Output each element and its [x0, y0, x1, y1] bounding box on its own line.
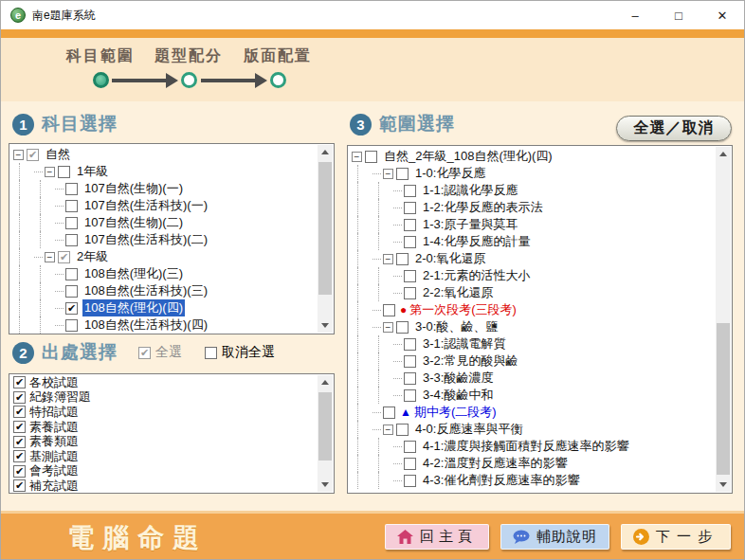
checkbox[interactable]: ✔ [13, 406, 26, 418]
tree-label[interactable]: 3-4:酸鹼中和 [421, 387, 495, 404]
tree-node[interactable]: 4-1:濃度與接觸面積對反應速率的影響 [349, 438, 732, 455]
tree-node[interactable]: −自然_2年級_108自然(理化)(四) [349, 148, 732, 165]
select-all-checkbox-box[interactable]: ✔ [138, 347, 151, 359]
deselect-all-checkbox-box[interactable] [205, 347, 217, 359]
tree-label[interactable]: 3-3:酸鹼濃度 [421, 370, 495, 387]
tree-node[interactable]: 4-2:溫度對反應速率的影響 [349, 455, 732, 472]
scroll-thumb[interactable] [717, 323, 730, 475]
checkbox[interactable]: ✔ [65, 302, 78, 315]
scroll-thumb[interactable] [318, 162, 332, 295]
tree-node[interactable]: −✔2年級 [10, 248, 334, 265]
select-toggle-button[interactable]: 全選／取消 [616, 116, 732, 141]
scroll-up-button[interactable] [318, 375, 333, 389]
scroll-thumb[interactable] [318, 392, 332, 461]
checkbox[interactable]: ✔ [13, 479, 26, 492]
scroll-up-button[interactable] [716, 147, 731, 161]
checkbox[interactable] [365, 151, 377, 163]
checkbox[interactable] [404, 219, 416, 231]
tree-label[interactable]: 1-1:認識化學反應 [421, 182, 519, 199]
tree-label[interactable]: 107自然(生物)(二) [82, 214, 185, 231]
list-item[interactable]: ✔特招試題 [10, 405, 334, 420]
tree-label[interactable]: 108自然(理化)(三) [82, 265, 185, 282]
tree-node[interactable]: 4-3:催化劑對反應速率的影響 [349, 472, 732, 489]
list-item[interactable]: ✔基測試題 [10, 449, 334, 464]
tree-node[interactable]: 107自然(生活科技)(二) [10, 231, 334, 248]
checkbox[interactable]: ✔ [13, 465, 26, 478]
home-button[interactable]: 回主頁 [385, 524, 489, 550]
tree-label[interactable]: 1年級 [75, 163, 110, 180]
tree-node[interactable]: 1-3:原子量與莫耳 [349, 216, 732, 233]
checkbox[interactable] [404, 475, 416, 487]
subject-tree-scrollbar[interactable] [318, 145, 333, 333]
checkbox[interactable] [404, 355, 416, 368]
select-all-checkbox[interactable]: ✔ 全選 [138, 344, 182, 361]
close-button[interactable]: ✕ [700, 1, 744, 29]
next-button[interactable]: 下一步 [621, 524, 731, 550]
tree-label[interactable]: 4-0:反應速率與平衡 [413, 421, 524, 438]
tree-label[interactable]: 108自然(理化)(四) [82, 299, 185, 316]
scroll-down-button[interactable] [318, 318, 333, 333]
tree-node[interactable]: 3-2:常見的酸與鹼 [349, 352, 732, 370]
scroll-down-button[interactable] [716, 478, 731, 492]
collapse-icon[interactable]: − [383, 169, 393, 179]
checkbox[interactable] [404, 338, 416, 351]
maximize-button[interactable]: □ [657, 1, 700, 29]
tree-label[interactable]: 4-1:濃度與接觸面積對反應速率的影響 [421, 438, 630, 455]
list-item[interactable]: ✔補充試題 [10, 479, 334, 494]
tree-node[interactable]: 1-2:化學反應的表示法 [349, 199, 732, 216]
minimize-button[interactable]: – [613, 1, 657, 29]
checkbox[interactable]: ✔ [13, 450, 26, 462]
tree-node[interactable]: −1-0:化學反應 [349, 165, 732, 182]
collapse-icon[interactable]: − [352, 152, 362, 162]
checkbox[interactable] [65, 285, 78, 298]
checkbox[interactable] [396, 321, 409, 334]
list-item[interactable]: ✔會考試題 [10, 464, 334, 479]
tree-label[interactable]: 自然 [44, 146, 72, 163]
tree-node[interactable]: −1年級 [10, 163, 334, 180]
checkbox[interactable] [404, 441, 416, 453]
collapse-icon[interactable]: − [45, 167, 55, 177]
tree-node[interactable]: 107自然(生活科技)(一) [10, 197, 334, 214]
deselect-all-checkbox[interactable]: 取消全選 [205, 344, 275, 361]
tree-node[interactable]: 3-4:酸鹼中和 [349, 387, 732, 404]
scroll-up-button[interactable] [318, 145, 333, 159]
checkbox[interactable]: ✔ [13, 391, 26, 404]
tree-node[interactable]: −✔自然 [10, 146, 334, 163]
tree-label[interactable]: 自然_2年級_108自然(理化)(四) [382, 148, 554, 165]
checkbox[interactable]: ✔ [58, 251, 70, 263]
tree-node[interactable]: 1-4:化學反應的計量 [349, 233, 732, 250]
tree-label[interactable]: 第一次段考(三段考) [408, 301, 518, 318]
checkbox[interactable]: ✔ [13, 376, 26, 388]
tree-label[interactable]: 3-2:常見的酸與鹼 [421, 352, 519, 370]
collapse-icon[interactable]: − [383, 254, 393, 264]
checkbox[interactable] [383, 304, 395, 316]
source-list-scrollbar[interactable] [318, 375, 333, 492]
checkbox[interactable] [65, 268, 78, 280]
tree-label[interactable]: 1-3:原子量與莫耳 [421, 216, 519, 233]
tree-node[interactable]: ✔108自然(理化)(四) [10, 299, 334, 316]
tree-node[interactable]: 1-1:認識化學反應 [349, 182, 732, 199]
tree-node[interactable]: −2-0:氧化還原 [349, 250, 732, 267]
collapse-icon[interactable]: − [383, 425, 393, 435]
checkbox[interactable] [65, 217, 78, 229]
checkbox[interactable] [396, 424, 409, 436]
scroll-down-button[interactable] [318, 478, 333, 492]
list-item[interactable]: ✔紀錄簿習題 [10, 390, 334, 406]
tree-label[interactable]: 1-4:化學反應的計量 [421, 233, 532, 250]
collapse-icon[interactable]: − [45, 252, 55, 262]
checkbox[interactable] [404, 287, 416, 299]
tree-node[interactable]: ▲期中考(二段考) [349, 404, 732, 421]
tree-node[interactable]: 107自然(生物)(一) [10, 180, 334, 197]
tree-label[interactable]: 4-2:溫度對反應速率的影響 [421, 455, 569, 472]
checkbox[interactable]: ✔ [13, 436, 26, 448]
tree-label[interactable]: 1-2:化學反應的表示法 [421, 199, 544, 216]
checkbox[interactable] [404, 270, 416, 282]
tree-label[interactable]: 107自然(生物)(一) [82, 180, 185, 197]
tree-node[interactable]: −4-0:反應速率與平衡 [349, 421, 732, 438]
checkbox[interactable] [65, 234, 78, 246]
collapse-icon[interactable]: − [13, 150, 24, 160]
tree-node[interactable]: 108自然(理化)(三) [10, 265, 334, 282]
list-item[interactable]: ✔素養試題 [10, 420, 334, 435]
checkbox[interactable] [396, 253, 409, 265]
checkbox[interactable] [65, 319, 78, 332]
